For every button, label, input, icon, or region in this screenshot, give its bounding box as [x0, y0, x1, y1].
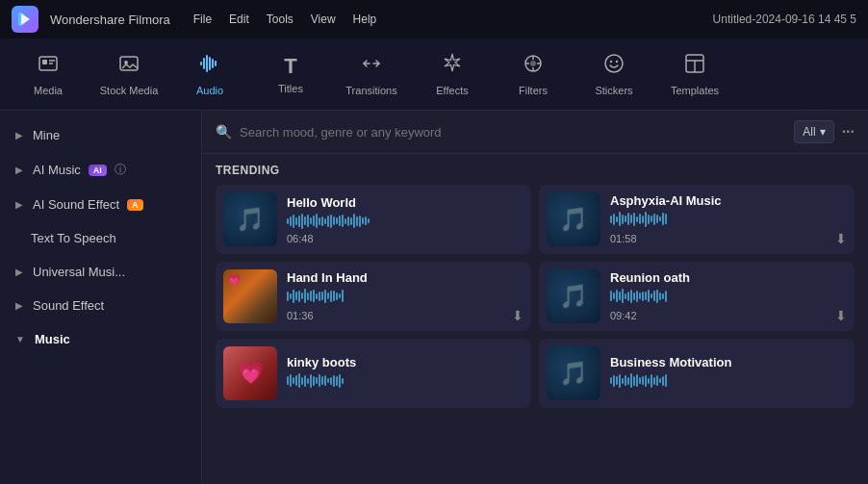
- menu-view[interactable]: View: [311, 13, 336, 26]
- stock-media-icon: [117, 52, 140, 81]
- content-area: 🔍 All ▾ ··· TRENDING 🎵 Hello World: [202, 111, 868, 484]
- audio-icon: [198, 52, 221, 81]
- audio-label: Audio: [196, 85, 223, 96]
- sidebar-ai-sound-label: AI Sound Effect: [33, 197, 119, 212]
- transitions-label: Transitions: [345, 85, 396, 96]
- tracks-grid: 🎵 Hello World 06:48 🎵 Asphyxia-AI Music: [202, 185, 868, 416]
- track-info: Hello World 06:48: [287, 195, 523, 244]
- menu-file[interactable]: File: [193, 13, 212, 26]
- chevron-right-icon: ▶: [15, 267, 23, 277]
- track-info: kinky boots: [287, 355, 523, 393]
- templates-label: Templates: [671, 85, 719, 96]
- tool-effects[interactable]: Effects: [414, 43, 491, 106]
- track-title: kinky boots: [287, 355, 523, 369]
- svg-point-9: [530, 61, 536, 66]
- track-item[interactable]: 🎵 Business Motivation: [539, 339, 855, 408]
- download-icon[interactable]: ⬇: [835, 308, 847, 323]
- sidebar-tts-label: Text To Speech: [31, 231, 116, 245]
- tool-templates[interactable]: Templates: [656, 43, 733, 106]
- music-note-icon: 🎵: [236, 206, 265, 233]
- sidebar-item-ai-sound-effect[interactable]: ▶ AI Sound Effect A: [0, 188, 201, 221]
- more-options-button[interactable]: ···: [842, 123, 855, 140]
- heart-icon: 💗: [238, 361, 264, 386]
- search-filter-dropdown[interactable]: All ▾: [794, 120, 833, 143]
- search-icon: 🔍: [216, 124, 232, 140]
- title-bar-left: Wondershare Filmora Media File Edit Tool…: [12, 6, 376, 33]
- track-thumbnail: 🎵: [547, 346, 600, 400]
- info-icon[interactable]: ⓘ: [115, 162, 126, 178]
- sidebar-item-music[interactable]: ▼ Music: [0, 322, 201, 356]
- filters-icon: [522, 52, 545, 81]
- app-logo: [12, 6, 38, 33]
- track-title: Asphyxia-AI Music: [610, 193, 847, 208]
- tool-audio[interactable]: Audio: [171, 43, 248, 106]
- tool-filters[interactable]: Filters: [495, 43, 572, 106]
- chevron-right-icon: ▶: [15, 130, 23, 140]
- track-duration: 01:58: [610, 233, 637, 244]
- tool-stickers[interactable]: Stickers: [575, 43, 652, 106]
- app-name: Wondershare Filmora: [50, 13, 170, 27]
- sidebar-item-mine[interactable]: ▶ Mine: [0, 118, 201, 152]
- tool-titles[interactable]: T Titles: [252, 43, 329, 106]
- menu-help[interactable]: Help: [353, 13, 377, 26]
- svg-rect-2: [39, 57, 57, 70]
- tool-transitions[interactable]: Transitions: [333, 43, 410, 106]
- menu-edit[interactable]: Edit: [229, 13, 249, 26]
- tool-media[interactable]: Media: [10, 43, 87, 106]
- track-item[interactable]: 🎵 Asphyxia-AI Music 01:58 ⬇: [539, 185, 855, 254]
- menu-tools[interactable]: Tools: [267, 13, 294, 26]
- sidebar-ai-music-label: AI Music: [33, 163, 81, 177]
- svg-rect-1: [18, 13, 21, 26]
- track-thumbnail: 🎵: [547, 269, 600, 323]
- track-title: Hand In Hand: [287, 270, 523, 285]
- svg-point-14: [605, 55, 623, 72]
- sidebar-item-ai-music[interactable]: ▶ AI Music AI ⓘ: [0, 152, 201, 188]
- sidebar-sound-effect-label: Sound Effect: [33, 298, 104, 313]
- svg-point-15: [610, 61, 612, 63]
- download-icon[interactable]: ⬇: [512, 308, 523, 323]
- sidebar-mine-label: Mine: [33, 128, 60, 142]
- sidebar-item-universal-music[interactable]: ▶ Universal Musi...: [0, 255, 201, 289]
- media-label: Media: [34, 85, 63, 96]
- project-title: Untitled-2024-09-16 14 45 5: [713, 13, 856, 26]
- track-duration: 09:42: [610, 310, 637, 321]
- main-area: ▶ Mine ▶ AI Music AI ⓘ ▶ AI Sound Effect…: [0, 111, 868, 484]
- download-icon[interactable]: ⬇: [835, 231, 847, 246]
- effects-icon: [441, 52, 464, 81]
- chevron-right-icon: ▶: [15, 165, 23, 175]
- track-item[interactable]: 🎵 Hello World 06:48: [216, 185, 531, 254]
- toolbar: Media Stock Media Audio T Titles: [0, 38, 868, 111]
- search-input[interactable]: [240, 125, 786, 140]
- chevron-right-icon: ▶: [15, 199, 23, 210]
- track-waveform: [287, 372, 523, 390]
- sidebar: ▶ Mine ▶ AI Music AI ⓘ ▶ AI Sound Effect…: [0, 111, 202, 484]
- sidebar-music-label: Music: [35, 332, 70, 346]
- track-info: Reunion oath 09:42 ⬇: [610, 270, 847, 323]
- track-thumbnail: 🎵: [547, 192, 600, 246]
- ai-orange-badge: A: [127, 199, 143, 211]
- track-info: Business Motivation: [610, 355, 847, 393]
- track-thumbnail: 💗: [223, 346, 277, 400]
- sidebar-item-sound-effect[interactable]: ▶ Sound Effect: [0, 289, 201, 322]
- svg-point-16: [616, 61, 618, 63]
- tool-stock-media[interactable]: Stock Media: [90, 43, 167, 106]
- track-waveform: [610, 372, 847, 390]
- track-item[interactable]: 💗 Hand In Hand 01:36 ⬇: [216, 262, 531, 331]
- music-note-icon: 🎵: [559, 206, 588, 233]
- trending-label: TRENDING: [202, 154, 868, 185]
- music-note-icon: 🎵: [559, 360, 588, 387]
- titles-icon: T: [284, 54, 296, 79]
- track-item[interactable]: 🎵 Reunion oath 09:42 ⬇: [539, 262, 855, 331]
- filter-label: All: [803, 125, 815, 139]
- track-waveform: [610, 288, 847, 305]
- track-thumbnail: 🎵: [223, 192, 277, 246]
- track-thumbnail: 💗: [223, 269, 277, 323]
- stickers-icon: [602, 52, 625, 81]
- track-duration: 01:36: [287, 310, 314, 321]
- track-item[interactable]: 💗 kinky boots: [216, 339, 531, 408]
- heart-badge-icon: 💗: [227, 273, 242, 287]
- sidebar-item-text-to-speech[interactable]: Text To Speech: [0, 221, 201, 255]
- title-bar: Wondershare Filmora Media File Edit Tool…: [0, 0, 868, 38]
- search-bar: 🔍 All ▾ ···: [202, 111, 868, 154]
- svg-marker-0: [20, 13, 30, 26]
